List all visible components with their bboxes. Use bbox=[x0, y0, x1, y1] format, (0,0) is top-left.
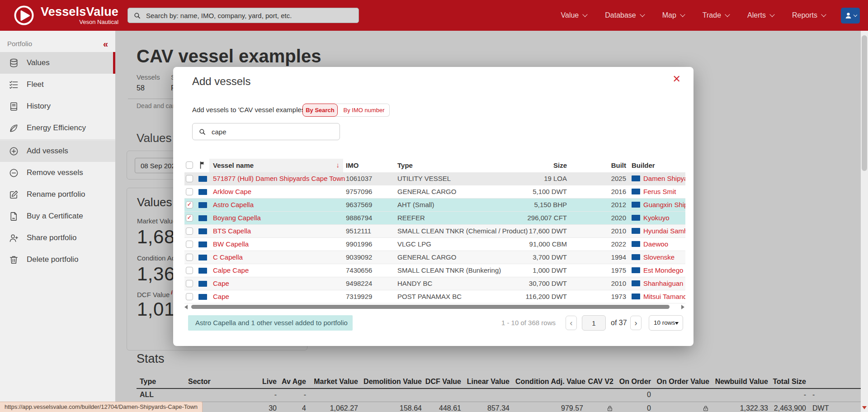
builder-link[interactable]: Slovenske bbox=[643, 253, 675, 261]
sidebar-item-history[interactable]: History bbox=[0, 95, 115, 117]
vessel-name-sort-header[interactable]: Vessel name ↓ bbox=[209, 159, 343, 172]
vessel-row[interactable]: Arklow Cape9757096GENERAL CARGO5,100 DWT… bbox=[184, 185, 685, 199]
vessel-search-input[interactable] bbox=[211, 128, 334, 136]
page-scrollbar-thumb[interactable] bbox=[862, 35, 867, 171]
checkbox-unchecked[interactable] bbox=[186, 241, 193, 248]
sidebar-collapse-button[interactable]: « bbox=[103, 41, 108, 47]
builder-link[interactable]: Mitsui Tamano bbox=[643, 293, 685, 300]
builder-link[interactable]: Hyundai Samh bbox=[643, 227, 685, 235]
checkbox-unchecked[interactable] bbox=[186, 254, 193, 261]
vessel-row[interactable]: 571877 (Hull) Damen Shipyards Cape Town1… bbox=[184, 172, 685, 185]
builder-country-flag bbox=[632, 267, 640, 273]
vessel-name-link[interactable]: C Capella bbox=[213, 251, 345, 264]
nav-item-trade[interactable]: Trade bbox=[703, 11, 729, 19]
checkbox-unchecked[interactable] bbox=[186, 280, 193, 287]
checkbox-unchecked[interactable] bbox=[186, 188, 193, 195]
nav-item-reports[interactable]: Reports bbox=[792, 11, 826, 19]
sidebar-item-fleet[interactable]: Fleet bbox=[0, 74, 115, 95]
close-icon[interactable]: ✕ bbox=[673, 73, 681, 85]
scroll-left-arrow-icon[interactable] bbox=[184, 305, 188, 309]
select-all-checkbox[interactable] bbox=[186, 161, 193, 169]
scrollbar-down-arrow-icon[interactable] bbox=[862, 406, 867, 409]
builder-link[interactable]: Damen Shipya bbox=[643, 175, 685, 182]
modal-title: Add vessels bbox=[192, 75, 250, 88]
sidebar-item-remove-vessels[interactable]: Remove vessels bbox=[0, 162, 115, 184]
sidebar-item-energy-efficiency[interactable]: Energy Efficiency bbox=[0, 117, 115, 139]
builder-column-label[interactable]: Builder bbox=[632, 159, 655, 172]
user-menu-button[interactable] bbox=[841, 8, 860, 24]
vessel-name-link[interactable]: BTS Capella bbox=[213, 225, 345, 238]
vessel-name-link[interactable]: Calpe Cape bbox=[213, 264, 345, 277]
global-search-input[interactable] bbox=[145, 11, 353, 20]
vessel-row[interactable]: C Capella9039092GENERAL CARGO3,700 DWT19… bbox=[184, 251, 685, 264]
built-column-label[interactable]: Built bbox=[594, 159, 626, 172]
size-column-label[interactable]: Size bbox=[490, 159, 567, 172]
prev-page-button[interactable]: ‹ bbox=[566, 316, 577, 330]
vessel-row[interactable]: Cape7319929POST PANAMAX BC116,200 DWT197… bbox=[184, 290, 685, 303]
country-flag bbox=[198, 255, 207, 260]
vessel-built: 2010 bbox=[594, 225, 626, 238]
vessel-builder-cell: Damen Shipya bbox=[632, 172, 685, 185]
checkbox-unchecked[interactable] bbox=[186, 293, 193, 300]
vessel-row[interactable]: Astro Capella9637569AHT (Small)5,150 BHP… bbox=[184, 199, 685, 212]
by-search-button[interactable]: By Search bbox=[302, 104, 338, 117]
vessel-name-link[interactable]: Arklow Cape bbox=[213, 185, 345, 199]
horizontal-scrollbar-thumb[interactable] bbox=[191, 305, 670, 309]
nav-item-value[interactable]: Value bbox=[561, 11, 587, 19]
builder-link[interactable]: Kyokuyo bbox=[643, 214, 670, 222]
vessel-name-link[interactable]: Astro Capella bbox=[213, 199, 345, 212]
next-page-button[interactable]: › bbox=[630, 316, 642, 330]
checkbox-checked[interactable] bbox=[186, 214, 193, 222]
history-icon bbox=[9, 101, 19, 112]
sidebar-item-label: Delete portfolio bbox=[27, 255, 78, 264]
vessel-row[interactable]: Calpe Cape7430656SMALL CLEAN TNKR (Bunke… bbox=[184, 264, 685, 277]
vessel-name-link[interactable]: Cape bbox=[213, 277, 345, 290]
link-preview-statusbar: https://app.vesselsvalue.com/builder/127… bbox=[0, 402, 203, 412]
vessel-imo: 9039092 bbox=[346, 251, 391, 264]
global-search-bar[interactable] bbox=[127, 8, 359, 23]
vessel-name-link[interactable]: Cape bbox=[213, 290, 345, 303]
builder-link[interactable]: Guangxin Ship bbox=[643, 201, 685, 208]
type-column-label[interactable]: Type bbox=[397, 159, 413, 172]
sidebar-item-delete-portfolio[interactable]: Delete portfolio bbox=[0, 249, 115, 270]
checkbox-unchecked[interactable] bbox=[186, 227, 193, 235]
table-horizontal-scrollbar[interactable] bbox=[184, 304, 685, 309]
vessel-search-box[interactable] bbox=[192, 123, 340, 140]
by-imo-number-button[interactable]: By IMO number bbox=[336, 104, 390, 117]
page-number-input[interactable] bbox=[582, 315, 606, 331]
vessel-name-link[interactable]: Boyang Capella bbox=[213, 212, 345, 225]
builder-link[interactable]: Ferus Smit bbox=[643, 188, 676, 195]
search-icon bbox=[133, 12, 141, 19]
vessel-size: 5,150 BHP bbox=[490, 199, 567, 212]
checkbox-checked[interactable] bbox=[186, 201, 193, 208]
vessel-name-link[interactable]: 571877 (Hull) Damen Shipyards Cape Town bbox=[213, 172, 345, 185]
nav-item-map[interactable]: Map bbox=[662, 11, 684, 19]
vessel-row[interactable]: Boyang Capella9886794REEFER296,007 CFT20… bbox=[184, 212, 685, 225]
vessel-row[interactable]: BTS Capella9512111SMALL CLEAN TNKR (Chem… bbox=[184, 225, 685, 238]
sidebar-item-share-portfolio[interactable]: Share portfolio bbox=[0, 227, 115, 249]
checkbox-unchecked[interactable] bbox=[186, 267, 193, 274]
vesselsvalue-logo[interactable]: VesselsValue Veson Nautical bbox=[14, 5, 118, 26]
vessel-name-link[interactable]: BW Capella bbox=[213, 238, 345, 251]
chevron-down-icon bbox=[725, 12, 730, 17]
sidebar-header: Portfolio « bbox=[0, 31, 115, 52]
nav-label: Trade bbox=[703, 11, 721, 19]
sidebar-item-values[interactable]: Values bbox=[0, 52, 115, 74]
builder-link[interactable]: Daewoo bbox=[643, 240, 668, 248]
vessel-row[interactable]: Cape9498224HANDY BC30,700 DWT2010Shanhai… bbox=[184, 277, 685, 290]
vessel-row[interactable]: BW Capella9901996VLGC LPG91,000 CBM2022D… bbox=[184, 238, 685, 251]
imo-column-label[interactable]: IMO bbox=[346, 159, 359, 172]
page-scrollbar[interactable] bbox=[861, 31, 868, 412]
values-icon bbox=[9, 58, 19, 68]
scroll-right-arrow-icon[interactable] bbox=[681, 305, 684, 309]
checkbox-unchecked[interactable] bbox=[186, 175, 193, 182]
nav-item-alerts[interactable]: Alerts bbox=[747, 11, 774, 19]
sidebar-item-rename-portfolio[interactable]: Rename portfolio bbox=[0, 184, 115, 205]
builder-link[interactable]: Shanhaiguan S bbox=[643, 279, 685, 287]
rows-per-page-select[interactable]: 10 rows bbox=[649, 315, 683, 331]
sidebar-item-add-vessels[interactable]: Add vessels bbox=[0, 140, 115, 162]
builder-link[interactable]: Est Mondego bbox=[643, 266, 683, 274]
sidebar-item-buy-a-certificate[interactable]: Buy a Certificate bbox=[0, 205, 115, 227]
vessel-built: 2010 bbox=[594, 277, 626, 290]
nav-item-database[interactable]: Database bbox=[605, 11, 644, 19]
